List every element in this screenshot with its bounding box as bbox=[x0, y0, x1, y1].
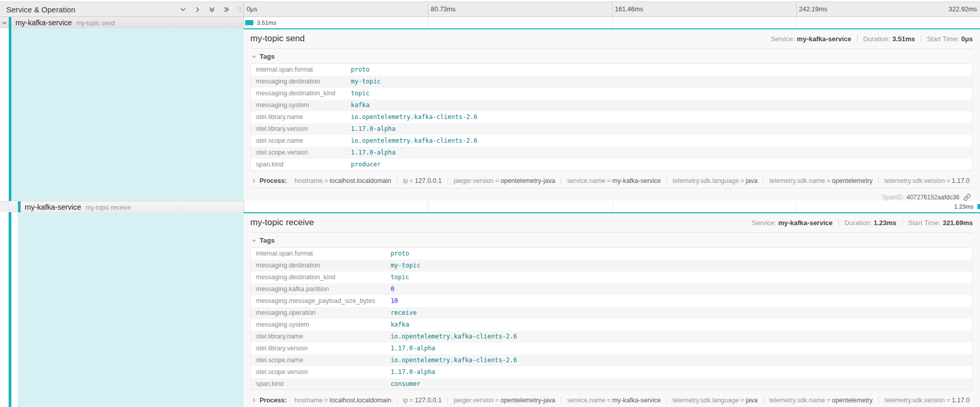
service-operation-header: Service & Operation bbox=[0, 2, 244, 16]
process-attribute: ip=127.0.0.1 bbox=[397, 177, 448, 184]
double-chevron-down-icon[interactable] bbox=[209, 6, 215, 13]
detail-gutter bbox=[0, 28, 9, 201]
ruler-tick: 80.73ms bbox=[431, 6, 456, 13]
tag-row: messaging.destination_kind topic bbox=[251, 272, 973, 283]
ruler-tick: 161.46ms bbox=[615, 6, 643, 13]
process-attr-value: opentelemetry-java bbox=[501, 397, 555, 404]
process-attr-key: ip bbox=[403, 177, 408, 184]
process-attr-key: jaeger.version bbox=[454, 397, 494, 404]
span-name-cell[interactable]: my-kafka-service my-topic receive bbox=[0, 201, 244, 212]
process-accordion-toggle[interactable]: Process: hostname=localhost.localdomain … bbox=[250, 175, 973, 189]
process-attr-value: 127.0.0.1 bbox=[415, 397, 442, 404]
detail-title-row: my-topic receive Service:my-kafka-servic… bbox=[250, 217, 973, 233]
span-row-send[interactable]: my-kafka-service my-topic send 3.51ms bbox=[0, 17, 980, 28]
tag-value: 1.17.0-alpha bbox=[351, 123, 972, 135]
ruler-gridline bbox=[612, 2, 612, 16]
span-detail-panel: my-topic receive Service:my-kafka-servic… bbox=[244, 212, 980, 407]
column-resize-handle[interactable] bbox=[238, 6, 240, 12]
tag-row: messaging.destination my-topic bbox=[251, 76, 973, 88]
process-attribute: telemetry.sdk.version=1.17.0 bbox=[879, 177, 973, 184]
tag-value: 10 bbox=[390, 295, 972, 307]
detail-title-row: my-topic send Service:my-kafka-service D… bbox=[250, 33, 973, 49]
equals-sign: = bbox=[607, 177, 611, 184]
meta-duration: Duration:3.51ms bbox=[857, 35, 915, 43]
tag-key: messaging.system bbox=[251, 99, 351, 111]
process-attr-key: hostname bbox=[295, 177, 323, 184]
span-bar-track[interactable]: 3.51ms bbox=[244, 17, 980, 28]
track-gridline bbox=[796, 201, 797, 212]
process-attr-value: 1.17.0 bbox=[952, 397, 970, 404]
process-attr-value: my-kafka-service bbox=[612, 177, 661, 184]
tag-value: io.opentelemetry.kafka-clients-2.6 bbox=[390, 354, 972, 366]
span-id-value: 407276152aafdc36 bbox=[906, 194, 959, 201]
tag-key: otel.library.version bbox=[251, 123, 351, 135]
span-duration-bar[interactable] bbox=[245, 20, 253, 25]
process-attr-key: hostname bbox=[295, 397, 323, 404]
tag-value: 1.17.0-alpha bbox=[390, 366, 972, 378]
link-icon[interactable] bbox=[964, 194, 971, 201]
tag-value: kafka bbox=[351, 99, 972, 111]
timeline-ruler[interactable]: 0μs 80.73ms 161.46ms 242.19ms 322.92ms bbox=[244, 2, 980, 16]
tag-key: otel.scope.version bbox=[251, 366, 391, 378]
meta-start-time: Start Time:321.69ms bbox=[902, 219, 973, 227]
process-accordion-toggle[interactable]: Process: hostname=localhost.localdomain … bbox=[250, 394, 973, 407]
detail-collapse-area[interactable] bbox=[18, 212, 244, 407]
tag-value: 1.17.0-alpha bbox=[390, 343, 972, 354]
detail-left-column bbox=[0, 212, 244, 407]
tag-value: io.opentelemetry.kafka-clients-2.6 bbox=[390, 331, 972, 343]
span-title: my-topic receive bbox=[250, 217, 752, 228]
equals-sign: = bbox=[741, 397, 744, 404]
tags-accordion-toggle[interactable]: Tags bbox=[250, 233, 973, 247]
process-attr-value: 127.0.0.1 bbox=[415, 177, 442, 184]
process-attr-key: telemetry.sdk.version bbox=[885, 177, 945, 184]
tag-row: otel.scope.name io.opentelemetry.kafka-c… bbox=[251, 135, 973, 147]
tag-row: messaging.message_payload_size_bytes 10 bbox=[251, 295, 973, 307]
tag-value: io.opentelemetry.kafka-clients-2.6 bbox=[351, 111, 972, 123]
detail-gutter bbox=[0, 212, 9, 407]
process-attr-value: java bbox=[746, 177, 758, 184]
service-color-bar bbox=[9, 17, 11, 28]
process-attr-value: localhost.localdomain bbox=[330, 397, 391, 404]
double-chevron-right-icon[interactable] bbox=[223, 6, 230, 13]
collapse-toggle-icon[interactable] bbox=[0, 17, 9, 28]
detail-left-column bbox=[0, 28, 244, 201]
process-attribute: telemetry.sdk.name=opentelemetry bbox=[763, 177, 879, 184]
chevron-down-icon[interactable] bbox=[180, 6, 186, 13]
span-duration-bar[interactable] bbox=[977, 204, 980, 209]
tag-row: internal.span.format proto bbox=[251, 248, 973, 260]
tag-row: otel.scope.name io.opentelemetry.kafka-c… bbox=[251, 354, 973, 366]
ruler-tick: 0μs bbox=[247, 6, 257, 13]
span-id-label: SpanID: bbox=[882, 194, 904, 201]
tag-key: otel.scope.version bbox=[251, 147, 351, 159]
process-attr-value: opentelemetry bbox=[832, 177, 872, 184]
tag-row: span.kind producer bbox=[251, 159, 973, 171]
detail-collapse-area[interactable] bbox=[11, 28, 244, 201]
span-meta: Service:my-kafka-service Duration:1.23ms… bbox=[752, 219, 973, 227]
equals-sign: = bbox=[495, 397, 499, 404]
track-gridline bbox=[428, 17, 428, 28]
span-name-cell[interactable]: my-kafka-service my-topic send bbox=[0, 17, 244, 28]
tag-key: span.kind bbox=[251, 159, 351, 171]
process-attr-value: my-kafka-service bbox=[612, 397, 661, 404]
tag-key: messaging.operation bbox=[251, 307, 391, 319]
process-attribute: ip=127.0.0.1 bbox=[397, 397, 448, 404]
tag-value: my-topic bbox=[351, 76, 972, 88]
tag-key: internal.span.format bbox=[251, 248, 391, 260]
track-gridline bbox=[612, 201, 613, 212]
trace-timeline-page: Service & Operation 0μs bbox=[0, 0, 980, 407]
tag-row: otel.scope.version 1.17.0-alpha bbox=[251, 366, 973, 378]
span-title: my-topic send bbox=[250, 33, 770, 44]
equals-sign: = bbox=[947, 177, 950, 184]
chevron-right-icon[interactable] bbox=[194, 6, 201, 13]
meta-service: Service:my-kafka-service bbox=[770, 35, 851, 43]
tags-table: internal.span.format proto messaging.des… bbox=[250, 63, 973, 171]
operation-name: my-topic receive bbox=[86, 204, 131, 211]
process-attribute: telemetry.sdk.language=java bbox=[666, 397, 763, 404]
span-bar-track[interactable]: 1.23ms bbox=[244, 201, 980, 212]
tag-row: otel.library.version 1.17.0-alpha bbox=[251, 123, 973, 135]
tag-row: messaging.system kafka bbox=[251, 319, 973, 331]
tags-table: internal.span.format proto messaging.des… bbox=[250, 247, 973, 390]
timeline-header: Service & Operation 0μs bbox=[0, 2, 980, 17]
span-row-receive[interactable]: my-kafka-service my-topic receive 1.23ms bbox=[0, 201, 980, 212]
tags-accordion-toggle[interactable]: Tags bbox=[250, 49, 973, 63]
